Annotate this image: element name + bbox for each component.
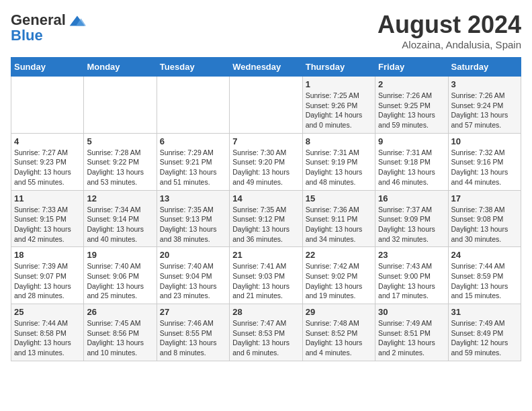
day-header-monday: Monday [84,58,157,77]
calendar-cell: 16Sunrise: 7:37 AM Sunset: 9:09 PM Dayli… [375,190,448,247]
calendar-cell: 17Sunrise: 7:38 AM Sunset: 9:08 PM Dayli… [448,190,521,247]
calendar-cell: 27Sunrise: 7:46 AM Sunset: 8:55 PM Dayli… [157,304,229,361]
day-number: 28 [232,307,299,317]
day-info: Sunrise: 7:38 AM Sunset: 9:08 PM Dayligh… [451,205,518,244]
day-info: Sunrise: 7:34 AM Sunset: 9:14 PM Dayligh… [87,205,153,244]
calendar-cell [230,77,302,134]
day-number: 11 [14,193,81,203]
day-number: 14 [232,193,299,203]
day-info: Sunrise: 7:35 AM Sunset: 9:12 PM Dayligh… [232,205,299,244]
page-header: General Blue August 2024 Alozaina, Andal… [11,11,521,50]
day-info: Sunrise: 7:26 AM Sunset: 9:24 PM Dayligh… [451,91,518,130]
calendar-cell: 15Sunrise: 7:36 AM Sunset: 9:11 PM Dayli… [302,190,375,247]
calendar-cell: 30Sunrise: 7:49 AM Sunset: 8:51 PM Dayli… [375,304,448,361]
day-number: 21 [232,250,299,260]
calendar-cell: 18Sunrise: 7:39 AM Sunset: 9:07 PM Dayli… [11,247,84,304]
day-number: 16 [378,193,445,203]
day-number: 1 [306,79,372,89]
logo-icon [67,11,86,30]
logo-general: General [11,11,66,28]
day-info: Sunrise: 7:44 AM Sunset: 8:59 PM Dayligh… [451,261,518,301]
day-number: 20 [160,250,226,260]
day-number: 4 [14,136,81,146]
day-header-wednesday: Wednesday [230,58,302,77]
day-info: Sunrise: 7:40 AM Sunset: 9:06 PM Dayligh… [87,261,153,301]
calendar-cell: 10Sunrise: 7:32 AM Sunset: 9:16 PM Dayli… [448,133,521,190]
logo-text: General [11,12,66,28]
day-number: 5 [87,136,153,146]
calendar-table: SundayMondayTuesdayWednesdayThursdayFrid… [11,57,521,361]
location-subtitle: Alozaina, Andalusia, Spain [378,39,521,50]
day-number: 2 [378,79,445,89]
calendar-cell [11,77,84,134]
day-header-sunday: Sunday [11,58,84,77]
day-header-tuesday: Tuesday [157,58,229,77]
day-info: Sunrise: 7:47 AM Sunset: 8:53 PM Dayligh… [232,318,299,358]
calendar-cell: 12Sunrise: 7:34 AM Sunset: 9:14 PM Dayli… [84,190,157,247]
day-info: Sunrise: 7:43 AM Sunset: 9:00 PM Dayligh… [378,261,445,301]
day-number: 13 [160,193,226,203]
day-info: Sunrise: 7:49 AM Sunset: 8:49 PM Dayligh… [451,318,518,358]
calendar-cell: 11Sunrise: 7:33 AM Sunset: 9:15 PM Dayli… [11,190,84,247]
day-header-saturday: Saturday [448,58,521,77]
day-info: Sunrise: 7:41 AM Sunset: 9:03 PM Dayligh… [232,261,299,301]
day-info: Sunrise: 7:33 AM Sunset: 9:15 PM Dayligh… [14,205,81,244]
calendar-cell: 19Sunrise: 7:40 AM Sunset: 9:06 PM Dayli… [84,247,157,304]
calendar-cell: 1Sunrise: 7:25 AM Sunset: 9:26 PM Daylig… [302,77,375,134]
day-number: 27 [160,307,226,317]
calendar-cell [84,77,157,134]
day-number: 30 [378,307,445,317]
calendar-header-row: SundayMondayTuesdayWednesdayThursdayFrid… [11,58,521,77]
day-number: 10 [451,136,518,146]
day-number: 31 [451,307,518,317]
calendar-cell: 21Sunrise: 7:41 AM Sunset: 9:03 PM Dayli… [230,247,302,304]
calendar-cell: 25Sunrise: 7:44 AM Sunset: 8:58 PM Dayli… [11,304,84,361]
calendar-cell: 20Sunrise: 7:40 AM Sunset: 9:04 PM Dayli… [157,247,229,304]
day-info: Sunrise: 7:39 AM Sunset: 9:07 PM Dayligh… [14,261,81,301]
day-info: Sunrise: 7:46 AM Sunset: 8:55 PM Dayligh… [160,318,226,358]
day-info: Sunrise: 7:44 AM Sunset: 8:58 PM Dayligh… [14,318,81,358]
calendar-cell: 22Sunrise: 7:42 AM Sunset: 9:02 PM Dayli… [302,247,375,304]
calendar-cell: 5Sunrise: 7:28 AM Sunset: 9:22 PM Daylig… [84,133,157,190]
calendar-cell: 23Sunrise: 7:43 AM Sunset: 9:00 PM Dayli… [375,247,448,304]
day-number: 25 [14,307,81,317]
day-number: 17 [451,193,518,203]
day-info: Sunrise: 7:32 AM Sunset: 9:16 PM Dayligh… [451,148,518,187]
week-row-1: 1Sunrise: 7:25 AM Sunset: 9:26 PM Daylig… [11,77,521,134]
week-row-4: 18Sunrise: 7:39 AM Sunset: 9:07 PM Dayli… [11,247,521,304]
day-info: Sunrise: 7:45 AM Sunset: 8:56 PM Dayligh… [87,318,153,358]
week-row-5: 25Sunrise: 7:44 AM Sunset: 8:58 PM Dayli… [11,304,521,361]
calendar-cell: 2Sunrise: 7:26 AM Sunset: 9:25 PM Daylig… [375,77,448,134]
day-info: Sunrise: 7:31 AM Sunset: 9:18 PM Dayligh… [378,148,445,187]
day-info: Sunrise: 7:49 AM Sunset: 8:51 PM Dayligh… [378,318,445,358]
day-info: Sunrise: 7:36 AM Sunset: 9:11 PM Dayligh… [306,205,372,244]
day-number: 22 [306,250,372,260]
calendar-cell: 9Sunrise: 7:31 AM Sunset: 9:18 PM Daylig… [375,133,448,190]
day-info: Sunrise: 7:37 AM Sunset: 9:09 PM Dayligh… [378,205,445,244]
day-info: Sunrise: 7:29 AM Sunset: 9:21 PM Dayligh… [160,148,226,187]
week-row-2: 4Sunrise: 7:27 AM Sunset: 9:23 PM Daylig… [11,133,521,190]
calendar-cell: 24Sunrise: 7:44 AM Sunset: 8:59 PM Dayli… [448,247,521,304]
day-number: 8 [306,136,372,146]
title-area: August 2024 Alozaina, Andalusia, Spain [378,11,521,50]
calendar-cell: 28Sunrise: 7:47 AM Sunset: 8:53 PM Dayli… [230,304,302,361]
day-info: Sunrise: 7:35 AM Sunset: 9:13 PM Dayligh… [160,205,226,244]
calendar-cell: 14Sunrise: 7:35 AM Sunset: 9:12 PM Dayli… [230,190,302,247]
day-number: 9 [378,136,445,146]
day-number: 24 [451,250,518,260]
week-row-3: 11Sunrise: 7:33 AM Sunset: 9:15 PM Dayli… [11,190,521,247]
day-info: Sunrise: 7:28 AM Sunset: 9:22 PM Dayligh… [87,148,153,187]
day-number: 26 [87,307,153,317]
day-number: 19 [87,250,153,260]
logo: General Blue [11,11,86,44]
calendar-cell: 13Sunrise: 7:35 AM Sunset: 9:13 PM Dayli… [157,190,229,247]
month-title: August 2024 [378,11,521,39]
day-info: Sunrise: 7:31 AM Sunset: 9:19 PM Dayligh… [306,148,372,187]
day-info: Sunrise: 7:30 AM Sunset: 9:20 PM Dayligh… [232,148,299,187]
day-info: Sunrise: 7:25 AM Sunset: 9:26 PM Dayligh… [306,91,372,130]
day-info: Sunrise: 7:40 AM Sunset: 9:04 PM Dayligh… [160,261,226,301]
day-number: 29 [306,307,372,317]
calendar-cell: 31Sunrise: 7:49 AM Sunset: 8:49 PM Dayli… [448,304,521,361]
calendar-cell: 26Sunrise: 7:45 AM Sunset: 8:56 PM Dayli… [84,304,157,361]
day-info: Sunrise: 7:27 AM Sunset: 9:23 PM Dayligh… [14,148,81,187]
